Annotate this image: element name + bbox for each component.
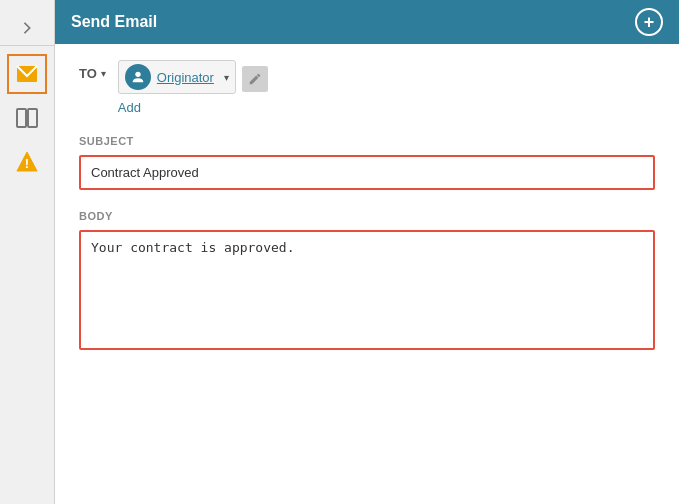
warning-icon: ! bbox=[15, 150, 39, 174]
svg-point-5 bbox=[135, 72, 140, 77]
sidebar-item-split[interactable] bbox=[7, 98, 47, 138]
svg-rect-1 bbox=[17, 109, 26, 127]
to-label-section: TO ▾ bbox=[79, 60, 106, 81]
body-textarea[interactable]: Your contract is approved. bbox=[79, 230, 655, 350]
recipient-chip: Originator ▾ bbox=[118, 60, 236, 94]
edit-icon bbox=[248, 72, 262, 86]
recipient-chip-dropdown[interactable]: ▾ bbox=[224, 72, 229, 83]
panel-title: Send Email bbox=[71, 13, 157, 31]
to-label: TO bbox=[79, 66, 97, 81]
columns-icon bbox=[15, 106, 39, 130]
chevron-right-icon bbox=[20, 21, 34, 35]
sidebar-item-mail[interactable] bbox=[7, 54, 47, 94]
panel-header: Send Email + bbox=[55, 0, 679, 44]
subject-input[interactable] bbox=[79, 155, 655, 190]
recipient-section: Originator ▾ Add bbox=[118, 60, 268, 115]
subject-section: SUBJECT bbox=[79, 135, 655, 190]
recipient-avatar bbox=[125, 64, 151, 90]
to-dropdown-arrow[interactable]: ▾ bbox=[101, 68, 106, 79]
sidebar: ! bbox=[0, 0, 55, 504]
add-button[interactable]: + bbox=[635, 8, 663, 36]
main-panel: Send Email + TO ▾ bbox=[55, 0, 679, 504]
svg-rect-2 bbox=[28, 109, 37, 127]
subject-label: SUBJECT bbox=[79, 135, 655, 147]
person-icon bbox=[130, 69, 146, 85]
sidebar-toggle[interactable] bbox=[0, 10, 54, 46]
body-label: BODY bbox=[79, 210, 655, 222]
add-recipient-link[interactable]: Add bbox=[118, 100, 268, 115]
sidebar-item-warning[interactable]: ! bbox=[7, 142, 47, 182]
recipient-edit-button[interactable] bbox=[242, 66, 268, 92]
recipient-name[interactable]: Originator bbox=[157, 70, 214, 85]
body-section: BODY Your contract is approved. bbox=[79, 210, 655, 354]
to-row: TO ▾ Originator ▾ bbox=[79, 60, 655, 115]
recipient-row: Originator ▾ bbox=[118, 60, 268, 98]
svg-text:!: ! bbox=[25, 156, 29, 171]
form-area: TO ▾ Originator ▾ bbox=[55, 44, 679, 504]
mail-icon bbox=[15, 62, 39, 86]
